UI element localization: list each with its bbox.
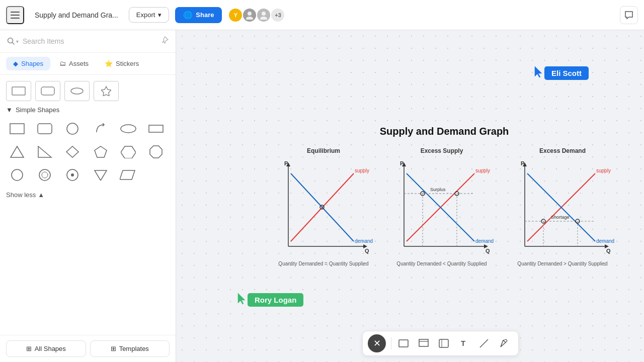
tabs-row: ◆ Shapes 🗂 Assets ⭐ Stickers — [0, 53, 176, 75]
doc-title[interactable]: Supply and Demand Gra... — [30, 9, 123, 22]
svg-line-71 — [480, 339, 488, 347]
shape-arc[interactable] — [90, 119, 112, 139]
shape-triangle[interactable] — [6, 142, 28, 162]
toolbar-divider-1 — [391, 337, 391, 349]
shape-cell-top-1[interactable] — [6, 81, 31, 101]
svg-text:supply: supply — [596, 168, 611, 173]
svg-point-5 — [262, 12, 266, 16]
svg-text:Q: Q — [486, 248, 490, 254]
tool-pen[interactable] — [495, 334, 513, 352]
avatar-count[interactable]: +3 — [270, 8, 285, 23]
comment-button[interactable] — [620, 6, 638, 24]
rory-logan-cursor: Rory Logan — [236, 292, 303, 307]
eli-scott-label: Eli Scott — [544, 66, 589, 80]
assets-tab-icon: 🗂 — [59, 60, 66, 67]
shape-rect[interactable] — [6, 119, 28, 139]
stickers-tab-icon: ⭐ — [105, 60, 113, 67]
cursor-arrow-icon — [533, 65, 544, 78]
shape-rect-rounded[interactable] — [34, 119, 56, 139]
topbar-right — [620, 6, 638, 24]
svg-line-8 — [13, 43, 15, 45]
svg-text:Shortage: Shortage — [551, 215, 570, 220]
show-less-button[interactable]: Show less ▲ — [6, 191, 170, 199]
excess-demand-svg: P Q Sho — [510, 158, 615, 259]
tab-shapes[interactable]: ◆ Shapes — [6, 57, 50, 70]
equilibrium-svg: P Q supply demand — [273, 158, 374, 259]
globe-icon: 🌐 — [183, 11, 193, 20]
menu-button[interactable] — [6, 6, 24, 24]
shape-parallelogram[interactable] — [117, 165, 139, 185]
chevron-up-icon: ▲ — [38, 191, 44, 199]
simple-shapes-header[interactable]: ▼ Simple Shapes — [6, 106, 170, 114]
svg-rect-10 — [41, 87, 54, 95]
share-label: Share — [196, 11, 214, 19]
avatar-1[interactable]: Y — [228, 8, 243, 23]
shape-circle-sm2[interactable] — [34, 165, 56, 185]
diagram-title: Supply and Demand Graph — [273, 126, 615, 137]
diagram-container: Supply and Demand Graph Equilibrium P Q — [273, 126, 615, 266]
svg-text:demand: demand — [596, 238, 614, 244]
avatar-3[interactable] — [256, 8, 271, 23]
shape-pentagon[interactable] — [90, 142, 112, 162]
tool-frame[interactable] — [435, 334, 453, 352]
shape-octagon[interactable] — [145, 142, 167, 162]
shape-cell-top-2[interactable] — [35, 81, 60, 101]
graph-equilibrium: Equilibrium P Q — [273, 147, 374, 266]
svg-rect-68 — [439, 339, 448, 347]
templates-icon: ⊞ — [111, 345, 116, 352]
bottom-toolbar: ✕ T — [362, 331, 519, 356]
search-icon: ▾ — [7, 37, 19, 45]
shape-diamond[interactable] — [61, 142, 84, 162]
tab-stickers[interactable]: ⭐ Stickers — [98, 57, 146, 70]
canvas-area[interactable]: Supply and Demand Graph Equilibrium P Q — [176, 30, 644, 362]
graph-excess-supply: Excess Supply P Q — [389, 147, 495, 266]
tool-line[interactable] — [475, 334, 493, 352]
tab-assets[interactable]: 🗂 Assets — [52, 57, 96, 70]
export-button[interactable]: Export ▾ — [129, 7, 170, 23]
svg-text:T: T — [461, 339, 465, 347]
svg-point-18 — [39, 169, 50, 180]
svg-rect-65 — [399, 340, 408, 347]
shape-cell-top-3[interactable] — [64, 81, 90, 101]
sidebar-footer: ⊞ All Shapes ⊞ Templates — [0, 335, 176, 362]
svg-point-21 — [71, 173, 74, 176]
templates-button[interactable]: ⊞ Templates — [90, 340, 170, 357]
all-shapes-label: All Shapes — [35, 345, 66, 352]
shape-ellipse[interactable] — [117, 119, 139, 139]
search-input[interactable] — [23, 37, 156, 45]
equilibrium-caption: Quantity Demanded = Quantity Supplied — [278, 261, 368, 266]
shape-down-triangle[interactable] — [90, 165, 112, 185]
main-layout: ▾ ◆ Shapes 🗂 Assets ⭐ Stickers — [0, 30, 644, 362]
svg-text:demand: demand — [355, 238, 373, 244]
all-shapes-button[interactable]: ⊞ All Shapes — [6, 340, 86, 357]
share-button[interactable]: 🌐 Share — [175, 7, 222, 23]
shape-hexagon[interactable] — [117, 142, 139, 162]
shape-empty — [145, 165, 167, 185]
svg-text:supply: supply — [355, 168, 369, 173]
close-button[interactable]: ✕ — [368, 334, 386, 352]
svg-rect-66 — [419, 339, 428, 346]
stickers-tab-label: Stickers — [116, 60, 139, 67]
shape-circle[interactable] — [61, 119, 84, 139]
graphs-row: Equilibrium P Q — [273, 147, 615, 266]
templates-label: Templates — [119, 345, 149, 352]
section-label: Simple Shapes — [16, 106, 59, 114]
shape-cell-top-4[interactable] — [94, 81, 119, 101]
svg-point-15 — [121, 125, 136, 133]
shape-circle-sm3[interactable] — [61, 165, 84, 185]
shapes-scroll: ▼ Simple Shapes — [0, 75, 176, 335]
svg-point-4 — [246, 17, 253, 20]
shape-circle-sm1[interactable] — [6, 165, 28, 185]
svg-point-19 — [42, 172, 48, 178]
shape-rect-sq[interactable] — [145, 119, 167, 139]
svg-text:supply: supply — [475, 168, 490, 173]
tool-text[interactable]: T — [455, 334, 473, 352]
tool-rectangle[interactable] — [394, 334, 413, 352]
export-label: Export — [136, 11, 155, 19]
avatar-2[interactable] — [242, 8, 257, 23]
collaborators: Y +3 — [228, 8, 285, 23]
tool-sticky[interactable] — [415, 334, 433, 352]
shape-right-triangle[interactable] — [34, 142, 56, 162]
pin-icon[interactable] — [160, 36, 169, 46]
show-less-label: Show less — [6, 191, 36, 199]
